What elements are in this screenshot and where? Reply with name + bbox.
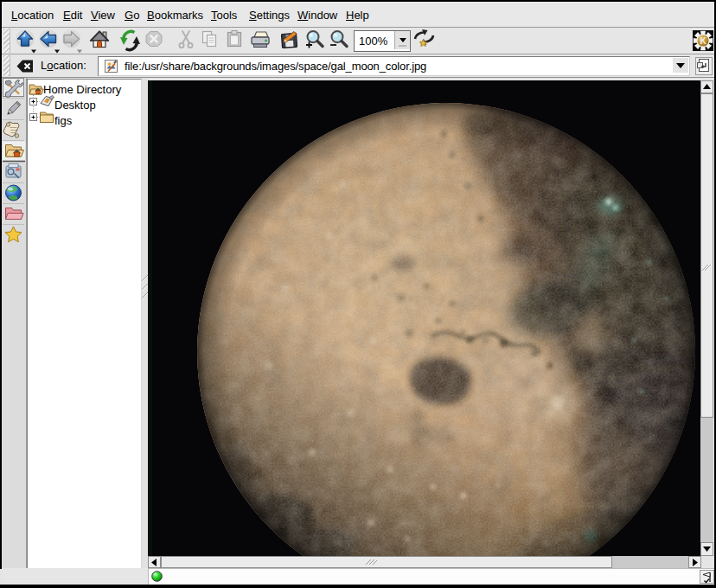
- svg-text:K: K: [700, 36, 707, 46]
